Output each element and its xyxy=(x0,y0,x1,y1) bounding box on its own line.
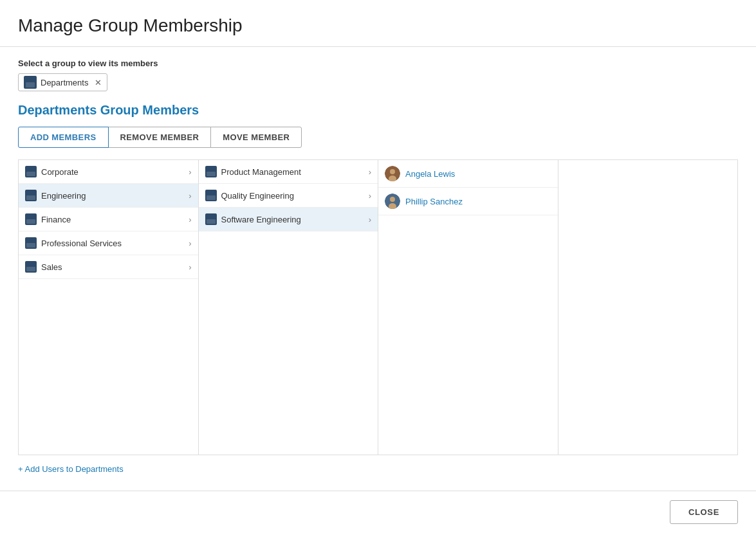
group-tag-icon xyxy=(24,76,37,89)
item-label: Professional Services xyxy=(41,239,122,248)
list-item[interactable]: Professional Services › xyxy=(19,231,198,255)
chevron-right-icon: › xyxy=(189,262,191,272)
group-icon xyxy=(205,190,217,201)
list-item[interactable]: Software Engineering › xyxy=(199,208,378,231)
item-left: Engineering xyxy=(25,190,86,201)
avatar xyxy=(385,166,400,181)
move-member-button[interactable]: MOVE MEMBER xyxy=(210,127,302,148)
group-icon xyxy=(25,166,37,177)
add-users-link[interactable]: + Add Users to Departments xyxy=(18,455,738,484)
item-label: Engineering xyxy=(41,191,86,201)
member-item[interactable]: Phillip Sanchez xyxy=(378,188,558,215)
action-buttons: ADD MEMBERS REMOVE MEMBER MOVE MEMBER xyxy=(18,127,738,148)
close-button[interactable]: CLOSE xyxy=(670,500,738,524)
chevron-right-icon: › xyxy=(189,191,191,201)
item-label: Product Management xyxy=(221,167,301,177)
group-icon xyxy=(25,190,37,201)
list-item[interactable]: Quality Engineering › xyxy=(199,184,378,208)
item-left: Finance xyxy=(25,213,71,225)
section-title: Departments Group Members xyxy=(18,103,738,118)
chevron-right-icon: › xyxy=(189,239,191,248)
item-left: Quality Engineering xyxy=(205,190,294,201)
member-name: Angela Lewis xyxy=(405,169,455,179)
item-label: Quality Engineering xyxy=(221,191,294,201)
add-members-button[interactable]: ADD MEMBERS xyxy=(18,127,109,148)
group-icon xyxy=(25,261,37,273)
chevron-right-icon: › xyxy=(369,167,371,177)
chevron-right-icon: › xyxy=(369,215,371,224)
item-label: Corporate xyxy=(41,167,78,177)
group-icon xyxy=(205,166,217,177)
item-left: Sales xyxy=(25,261,62,273)
svg-point-4 xyxy=(390,197,395,202)
select-group-label: Select a group to view its members xyxy=(18,59,738,68)
item-left: Software Engineering xyxy=(205,213,301,225)
item-left: Corporate xyxy=(25,166,78,177)
members-column: Angela Lewis Phillip Sanchez xyxy=(378,160,558,455)
chevron-right-icon: › xyxy=(189,215,191,224)
groups-column: Corporate › Engineering › Finance › Prof… xyxy=(19,160,199,455)
group-tag-label: Departments xyxy=(41,78,88,87)
list-item[interactable]: Product Management › xyxy=(199,160,378,184)
modal-body: Select a group to view its members Depar… xyxy=(0,47,756,484)
detail-column xyxy=(558,160,738,455)
list-item[interactable]: Corporate › xyxy=(19,160,198,184)
item-left: Professional Services xyxy=(25,237,122,249)
remove-member-button[interactable]: REMOVE MEMBER xyxy=(108,127,212,148)
item-label: Sales xyxy=(41,262,62,272)
item-label: Software Engineering xyxy=(221,215,301,224)
avatar xyxy=(385,194,400,209)
modal-header: Manage Group Membership xyxy=(0,0,756,47)
member-name: Phillip Sanchez xyxy=(405,197,463,206)
modal-title: Manage Group Membership xyxy=(18,15,738,36)
subgroups-column: Product Management › Quality Engineering… xyxy=(199,160,379,455)
group-tag-close-icon[interactable]: ✕ xyxy=(95,78,102,87)
group-icon xyxy=(25,237,37,249)
list-item[interactable]: Finance › xyxy=(19,208,198,231)
group-icon xyxy=(25,213,37,225)
group-tag-row: Departments ✕ xyxy=(18,73,738,91)
item-left: Product Management xyxy=(205,166,301,177)
chevron-right-icon: › xyxy=(189,167,191,177)
modal-footer: CLOSE xyxy=(0,491,756,533)
member-item[interactable]: Angela Lewis xyxy=(378,160,558,188)
group-icon xyxy=(205,213,217,225)
list-item[interactable]: Engineering › xyxy=(19,184,198,208)
chevron-right-icon: › xyxy=(369,191,371,201)
group-tag[interactable]: Departments ✕ xyxy=(18,73,107,91)
columns-container: Corporate › Engineering › Finance › Prof… xyxy=(18,159,738,455)
list-item[interactable]: Sales › xyxy=(19,255,198,279)
svg-point-1 xyxy=(390,169,395,174)
item-label: Finance xyxy=(41,215,71,224)
modal-container: Manage Group Membership Select a group t… xyxy=(0,0,756,533)
